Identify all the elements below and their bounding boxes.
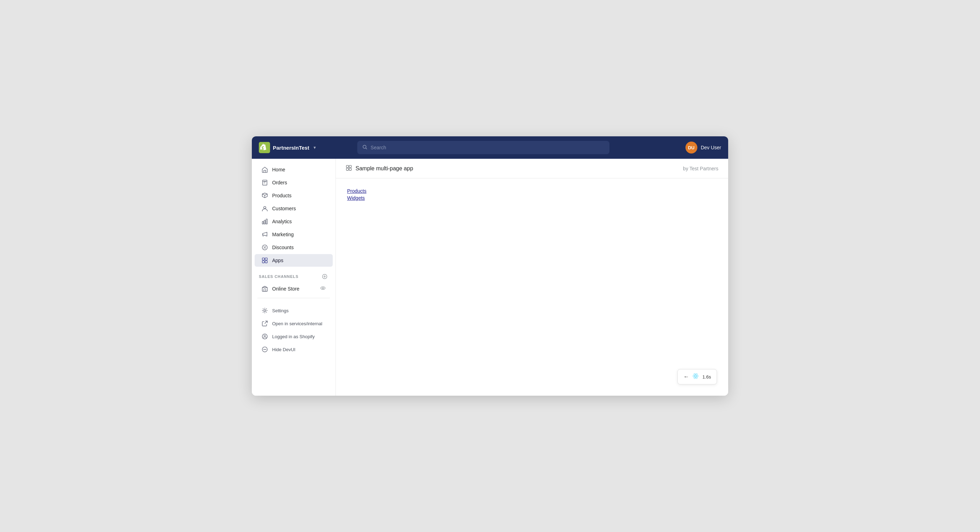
analytics-icon bbox=[262, 218, 268, 225]
app-links: Products Widgets bbox=[347, 188, 717, 201]
sidebar-item-settings[interactable]: Settings bbox=[255, 304, 333, 317]
marketing-icon bbox=[262, 231, 268, 237]
sidebar-item-apps-label: Apps bbox=[272, 258, 283, 263]
brand-name: PartnersInTest bbox=[273, 145, 309, 151]
svg-rect-10 bbox=[262, 261, 264, 263]
svg-rect-14 bbox=[264, 289, 266, 291]
shopify-logo-icon bbox=[259, 142, 270, 153]
search-icon bbox=[362, 144, 368, 151]
svg-point-15 bbox=[321, 287, 325, 290]
search-input[interactable] bbox=[371, 145, 605, 150]
sidebar-item-discounts-label: Discounts bbox=[272, 245, 294, 250]
discounts-icon bbox=[262, 244, 268, 250]
app-header-left: Sample multi-page app bbox=[346, 165, 413, 172]
dev-time: 1.6s bbox=[702, 374, 711, 379]
sidebar-item-home-label: Home bbox=[272, 167, 285, 172]
sidebar-item-products[interactable]: Products bbox=[255, 189, 333, 202]
svg-point-16 bbox=[322, 287, 324, 289]
dev-react-icon bbox=[692, 373, 699, 381]
sidebar-item-hide-devui[interactable]: Hide DevUI bbox=[255, 343, 333, 356]
dev-toolbar: ← 1.6s bbox=[678, 369, 717, 384]
settings-icon bbox=[262, 307, 268, 314]
svg-point-3 bbox=[264, 206, 266, 209]
svg-rect-23 bbox=[347, 168, 348, 170]
eye-icon bbox=[320, 285, 326, 292]
app-content: Products Widgets bbox=[336, 178, 728, 396]
sidebar-item-customers[interactable]: Customers bbox=[255, 202, 333, 215]
svg-point-19 bbox=[264, 335, 266, 337]
customers-icon bbox=[262, 205, 268, 212]
products-link[interactable]: Products bbox=[347, 188, 366, 194]
app-title: Sample multi-page app bbox=[355, 166, 413, 172]
online-store-left: Online Store bbox=[262, 286, 299, 292]
sidebar-item-apps[interactable]: Apps bbox=[255, 254, 333, 267]
sidebar-divider bbox=[258, 298, 330, 298]
sidebar-item-orders[interactable]: Orders bbox=[255, 176, 333, 189]
svg-rect-4 bbox=[262, 221, 264, 224]
svg-rect-2 bbox=[262, 180, 267, 185]
app-window: PartnersInTest ▼ DU Dev User bbox=[252, 136, 728, 396]
sidebar-item-home[interactable]: Home bbox=[255, 163, 333, 176]
sidebar-item-marketing[interactable]: Marketing bbox=[255, 228, 333, 241]
svg-rect-24 bbox=[349, 168, 351, 170]
widgets-link[interactable]: Widgets bbox=[347, 195, 365, 201]
store-icon bbox=[262, 286, 268, 292]
sidebar-bottom: Settings Open in services/internal bbox=[252, 301, 336, 362]
search-wrapper bbox=[357, 141, 609, 154]
open-services-label: Open in services/internal bbox=[272, 321, 322, 326]
sidebar-item-products-label: Products bbox=[272, 193, 291, 198]
sidebar-item-analytics[interactable]: Analytics bbox=[255, 215, 333, 228]
products-icon bbox=[262, 193, 268, 199]
content-area: Sample multi-page app by Test Partners P… bbox=[336, 159, 728, 396]
online-store-label: Online Store bbox=[272, 286, 299, 291]
external-link-icon bbox=[262, 320, 268, 327]
sales-channels-section: SALES CHANNELS bbox=[252, 267, 336, 282]
topbar: PartnersInTest ▼ DU Dev User bbox=[252, 136, 728, 159]
sidebar-item-logged-in[interactable]: Logged in as Shopify bbox=[255, 330, 333, 343]
sidebar-nav: Home Orders Products bbox=[252, 159, 336, 396]
svg-rect-21 bbox=[347, 165, 348, 167]
sidebar-item-customers-label: Customers bbox=[272, 206, 296, 211]
svg-point-17 bbox=[264, 309, 266, 311]
svg-rect-9 bbox=[265, 258, 267, 260]
brand-area[interactable]: PartnersInTest ▼ bbox=[259, 142, 317, 153]
sidebar-item-marketing-label: Marketing bbox=[272, 232, 294, 237]
hide-devui-label: Hide DevUI bbox=[272, 347, 295, 352]
apps-icon bbox=[262, 257, 268, 264]
minus-circle-icon bbox=[262, 346, 268, 352]
dev-back-arrow-icon[interactable]: ← bbox=[683, 374, 689, 380]
orders-icon bbox=[262, 180, 268, 186]
topbar-right: DU Dev User bbox=[686, 142, 721, 153]
user-circle-icon bbox=[262, 333, 268, 339]
sales-channels-add-button[interactable] bbox=[321, 272, 329, 280]
main-layout: Home Orders Products bbox=[252, 159, 728, 396]
search-area bbox=[357, 141, 609, 154]
svg-rect-5 bbox=[264, 220, 266, 224]
sidebar-item-discounts[interactable]: Discounts bbox=[255, 241, 333, 254]
user-name: Dev User bbox=[701, 145, 721, 150]
avatar[interactable]: DU bbox=[686, 142, 697, 153]
app-by-label: by Test Partners bbox=[683, 166, 718, 171]
svg-point-28 bbox=[695, 376, 696, 377]
app-header: Sample multi-page app by Test Partners bbox=[336, 159, 728, 178]
sales-channels-label: SALES CHANNELS bbox=[259, 274, 298, 279]
sidebar-item-orders-label: Orders bbox=[272, 180, 287, 185]
logged-in-label: Logged in as Shopify bbox=[272, 334, 315, 339]
svg-rect-6 bbox=[266, 219, 267, 224]
settings-label: Settings bbox=[272, 308, 289, 313]
sidebar-item-online-store[interactable]: Online Store bbox=[255, 282, 333, 295]
svg-rect-11 bbox=[265, 261, 267, 263]
brand-chevron-icon: ▼ bbox=[313, 145, 317, 150]
svg-rect-13 bbox=[262, 287, 267, 291]
sidebar: Home Orders Products bbox=[252, 159, 336, 396]
home-icon bbox=[262, 166, 268, 173]
sidebar-item-analytics-label: Analytics bbox=[272, 219, 292, 224]
sidebar-item-open-services[interactable]: Open in services/internal bbox=[255, 317, 333, 330]
app-grid-icon bbox=[346, 165, 352, 172]
svg-rect-22 bbox=[349, 165, 351, 167]
svg-rect-8 bbox=[262, 258, 264, 260]
